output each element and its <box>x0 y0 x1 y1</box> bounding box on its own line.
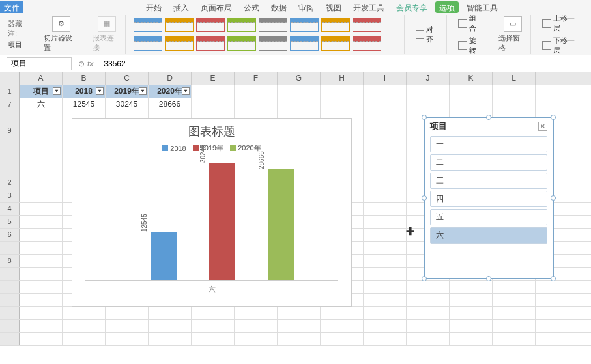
data-cell[interactable]: 30245 <box>106 98 149 111</box>
empty-cell[interactable] <box>20 242 63 254</box>
row-header[interactable]: 1 <box>0 85 20 98</box>
empty-cell[interactable] <box>63 320 106 332</box>
filter-button[interactable]: ▾ <box>53 87 61 95</box>
bring-forward-button[interactable]: 上移一层 <box>540 13 583 34</box>
empty-cell[interactable] <box>364 242 407 254</box>
empty-cell[interactable] <box>364 216 407 228</box>
empty-cell[interactable] <box>20 216 63 228</box>
empty-cell[interactable] <box>149 307 192 319</box>
row-header[interactable]: 6 <box>0 229 20 241</box>
empty-cell[interactable] <box>20 111 63 124</box>
empty-cell[interactable] <box>20 307 63 319</box>
empty-cell[interactable] <box>63 307 106 319</box>
clear-filter-icon[interactable]: ✕ <box>538 122 547 131</box>
empty-cell[interactable] <box>20 176 63 189</box>
row-header[interactable]: 9 <box>0 124 20 137</box>
row-header[interactable]: 7 <box>0 98 20 111</box>
row-header[interactable] <box>0 294 20 306</box>
resize-handle[interactable] <box>422 115 427 120</box>
empty-cell[interactable] <box>364 137 407 150</box>
tab-home[interactable]: 开始 <box>142 1 166 13</box>
empty-cell[interactable] <box>493 320 536 332</box>
empty-cell[interactable] <box>20 124 63 137</box>
empty-cell[interactable] <box>321 307 364 319</box>
slicer-styles-gallery[interactable] <box>134 17 401 52</box>
empty-cell[interactable] <box>20 163 63 176</box>
col-header[interactable]: F <box>235 72 278 85</box>
row-header[interactable]: 5 <box>0 216 20 228</box>
col-header[interactable]: D <box>149 72 192 85</box>
empty-cell[interactable] <box>407 281 450 293</box>
row-header[interactable] <box>0 281 20 293</box>
slicer-item[interactable]: 五 <box>430 209 547 225</box>
col-header[interactable]: B <box>63 72 106 85</box>
slicer-item-selected[interactable]: 六 <box>430 227 547 244</box>
row-header[interactable]: 4 <box>0 203 20 215</box>
resize-handle[interactable] <box>551 115 556 120</box>
table-header-cell[interactable]: 项目▾ <box>20 85 63 98</box>
empty-cell[interactable] <box>20 189 63 202</box>
row-header[interactable]: 2 <box>0 176 20 189</box>
select-all-corner[interactable] <box>0 72 20 85</box>
tab-layout[interactable]: 页面布局 <box>197 1 236 13</box>
row-header[interactable]: 8 <box>0 255 20 267</box>
empty-cell[interactable] <box>364 111 407 124</box>
empty-cell[interactable] <box>493 281 536 293</box>
col-header[interactable]: C <box>106 72 149 85</box>
empty-cell[interactable] <box>364 229 407 241</box>
slicer-item[interactable]: 二 <box>430 154 547 171</box>
row-header[interactable] <box>0 307 20 319</box>
empty-cell[interactable] <box>364 203 407 215</box>
empty-cell[interactable] <box>192 333 235 345</box>
empty-cell[interactable] <box>278 320 321 332</box>
tab-insert[interactable]: 插入 <box>169 1 193 13</box>
empty-cell[interactable] <box>450 333 493 345</box>
empty-cell[interactable] <box>364 255 407 267</box>
chart[interactable]: 图表标题 2018 2019年 2020年 12545 30245 28666 … <box>72 118 352 307</box>
row-header[interactable] <box>0 242 20 254</box>
table-header-cell[interactable]: 2018▾ <box>63 85 106 98</box>
row-header[interactable] <box>0 268 20 280</box>
empty-cell[interactable] <box>364 163 407 176</box>
formula-input[interactable] <box>100 58 584 70</box>
empty-cell[interactable] <box>63 333 106 345</box>
col-header[interactable]: A <box>20 72 63 85</box>
empty-cell[interactable] <box>20 333 63 345</box>
row-header[interactable]: 3 <box>0 189 20 202</box>
empty-cell[interactable] <box>364 124 407 137</box>
empty-cell[interactable] <box>493 307 536 319</box>
row-header[interactable] <box>0 111 20 124</box>
empty-cell[interactable] <box>20 320 63 332</box>
rotate-button[interactable]: 旋转 <box>456 35 485 56</box>
empty-cell[interactable] <box>364 294 407 306</box>
slicer[interactable]: 项目 ✕ 一 二 三 四 五 六 <box>424 117 554 279</box>
col-header[interactable]: L <box>493 72 536 85</box>
table-header-cell[interactable]: 2019年▾ <box>106 85 149 98</box>
empty-cell[interactable] <box>278 307 321 319</box>
tab-vip[interactable]: 会员专享 <box>392 1 431 13</box>
col-header[interactable]: G <box>278 72 321 85</box>
col-header[interactable]: I <box>364 72 407 85</box>
empty-cell[interactable] <box>450 281 493 293</box>
report-connections-button[interactable]: ▦ 报表连接 <box>93 16 121 53</box>
empty-cell[interactable] <box>20 203 63 215</box>
empty-cell[interactable] <box>364 333 407 345</box>
filter-button[interactable]: ▾ <box>139 87 147 95</box>
empty-cell[interactable] <box>235 320 278 332</box>
empty-cell[interactable] <box>407 320 450 332</box>
data-cell[interactable]: 六 <box>20 98 63 111</box>
align-button[interactable]: 对齐 <box>414 24 442 45</box>
empty-cell[interactable] <box>407 307 450 319</box>
slicer-item[interactable]: 一 <box>430 136 547 152</box>
empty-cell[interactable] <box>364 150 407 163</box>
empty-cell[interactable] <box>149 320 192 332</box>
fx-search-icon[interactable]: ⊙ <box>78 59 85 68</box>
empty-cell[interactable] <box>235 333 278 345</box>
resize-handle[interactable] <box>551 195 556 201</box>
tab-formula[interactable]: 公式 <box>240 1 263 13</box>
group-button[interactable]: 组合 <box>456 13 485 34</box>
filter-button[interactable]: ▾ <box>96 87 104 95</box>
tab-data[interactable]: 数据 <box>267 1 291 13</box>
empty-cell[interactable] <box>364 320 407 332</box>
slicer-item[interactable]: 三 <box>430 173 547 189</box>
